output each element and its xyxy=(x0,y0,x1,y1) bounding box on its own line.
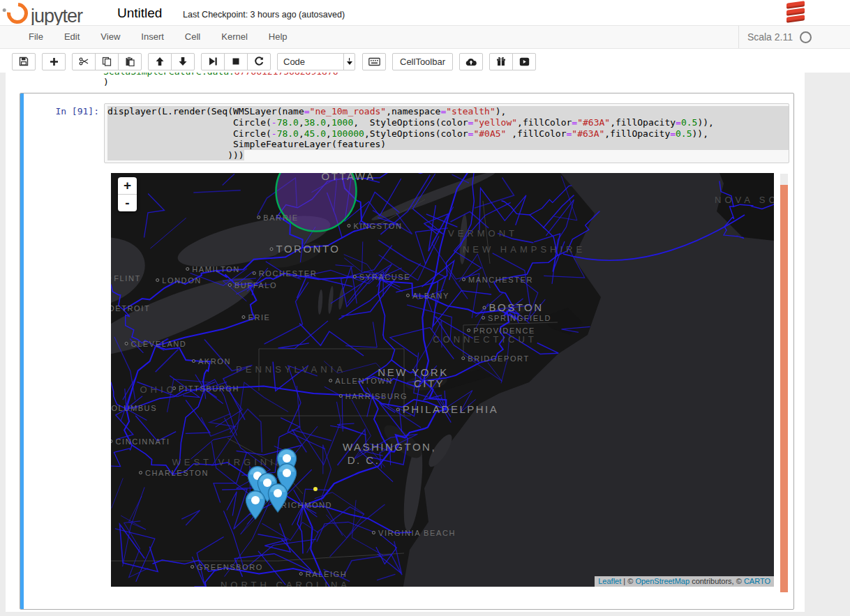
header-top-row: jupyter Untitled Last Checkpoint: 3 hour… xyxy=(0,0,850,25)
cut-cell-button[interactable] xyxy=(72,53,96,70)
menu-insert[interactable]: Insert xyxy=(131,26,174,47)
menu-help[interactable]: Help xyxy=(258,26,298,47)
toolbar: Code CellToolbar xyxy=(0,49,850,73)
map-zoom-in-button[interactable]: + xyxy=(118,177,137,195)
scala-kernel-logo-icon xyxy=(784,1,807,24)
output-scrollbar[interactable] xyxy=(780,174,788,592)
map-marker-pin[interactable] xyxy=(267,483,288,513)
cell-type-value: Code xyxy=(278,54,343,70)
notebook-title[interactable]: Untitled xyxy=(117,6,162,21)
map-markers-layer xyxy=(111,173,774,587)
chevron-down-icon xyxy=(343,54,355,70)
interrupt-kernel-button[interactable] xyxy=(224,53,248,70)
kernel-indicator: Scala 2.11 xyxy=(738,26,812,48)
map-zoom-control: + - xyxy=(118,177,137,211)
notebook-header: jupyter Untitled Last Checkpoint: 3 hour… xyxy=(0,0,850,71)
attribution-text: | © xyxy=(621,577,635,585)
leaflet-link[interactable]: Leaflet xyxy=(598,577,621,585)
jupyter-logo[interactable]: jupyter xyxy=(7,1,82,27)
kernel-name: Scala 2.11 xyxy=(747,31,793,43)
kernel-idle-icon xyxy=(800,31,812,43)
code-line: Circle(-78.0,38.0,1000, StyleOptions(col… xyxy=(107,117,789,128)
code-line: displayer(L.render(Seq(WMSLayer(name="ne… xyxy=(107,106,789,117)
leaflet-map[interactable]: OTTAWANOVA SCOTBARRIEKINGSTONTORONTOVERM… xyxy=(111,173,774,587)
selected-cell-indicator xyxy=(20,93,24,609)
map-zoom-out-button[interactable]: - xyxy=(118,195,137,211)
carto-link[interactable]: CARTO xyxy=(744,577,770,585)
attribution-text: contributors, © xyxy=(689,577,744,585)
menu-view[interactable]: View xyxy=(90,26,131,47)
save-button[interactable] xyxy=(12,53,36,70)
openstreetmap-link[interactable]: OpenStreetMap xyxy=(635,577,689,585)
paste-cells-button[interactable] xyxy=(118,53,142,70)
cell-type-select[interactable]: Code xyxy=(277,53,355,70)
command-palette-button[interactable] xyxy=(362,53,386,70)
code-cell[interactable]: In [91]: displayer(L.render(Seq(WMSLayer… xyxy=(20,93,794,610)
menu-bar: FileEditViewInsertCellKernelHelp Scala 2… xyxy=(0,25,850,49)
code-line: SimpleFeatureLayer(features) xyxy=(107,139,789,150)
cloud-upload-button[interactable] xyxy=(459,53,483,70)
move-cell-up-button[interactable] xyxy=(148,53,172,70)
output-scrollbar-thumb[interactable] xyxy=(780,185,788,592)
menu-cell[interactable]: Cell xyxy=(174,26,211,47)
gift-button[interactable] xyxy=(489,53,513,70)
map-marker-pin[interactable] xyxy=(245,490,266,520)
menu-kernel[interactable]: Kernel xyxy=(211,26,258,47)
code-line: Circle(-78.0,45.0,100000,StyleOptions(co… xyxy=(107,128,789,140)
move-cell-down-button[interactable] xyxy=(171,53,195,70)
code-editor[interactable]: displayer(L.render(Seq(WMSLayer(name="ne… xyxy=(104,103,789,163)
menu-edit[interactable]: Edit xyxy=(54,26,90,47)
code-line: ))) xyxy=(107,150,789,161)
menu-file[interactable]: File xyxy=(18,26,54,47)
map-attribution: Leaflet | © OpenStreetMap contributors, … xyxy=(595,576,774,587)
jupyter-logo-text: jupyter xyxy=(31,6,82,27)
checkpoint-status: Last Checkpoint: 3 hours ago (autosaved) xyxy=(183,10,345,20)
add-cell-button[interactable] xyxy=(42,53,66,70)
celltoolbar-button[interactable]: CellToolbar xyxy=(392,53,453,70)
run-cell-button[interactable] xyxy=(201,53,225,70)
jupyter-planet-icon xyxy=(3,0,32,28)
previous-output-close: ) xyxy=(103,77,109,87)
notebook-container: ScalaSimpleFeature:data:8776612175682891… xyxy=(6,0,805,612)
restart-kernel-button[interactable] xyxy=(247,53,271,70)
input-prompt: In [91]: xyxy=(20,106,99,117)
copy-cells-button[interactable] xyxy=(95,53,119,70)
play-video-button[interactable] xyxy=(512,53,536,70)
